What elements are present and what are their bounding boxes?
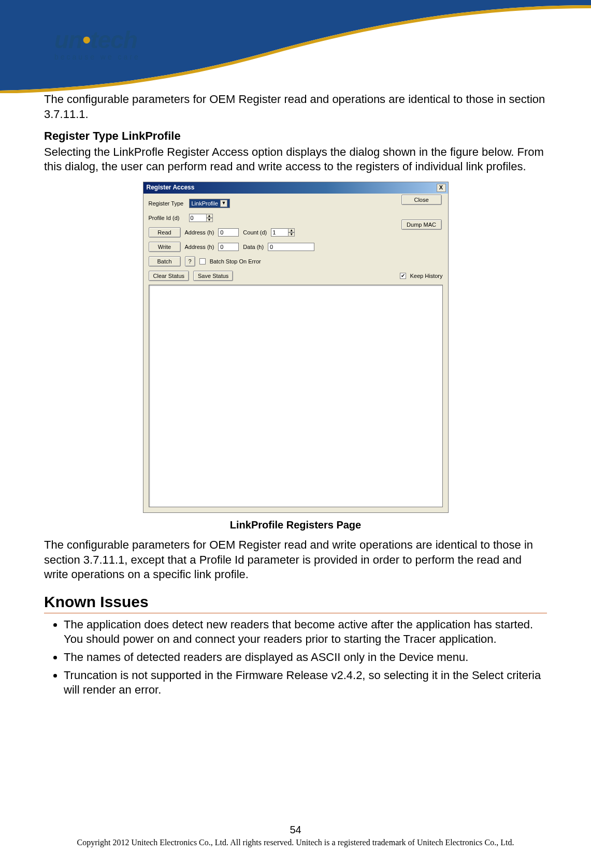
logo: un•tech because we care xyxy=(54,26,179,61)
batch-stop-checkbox[interactable] xyxy=(199,258,206,264)
known-issues-list: The application does detect new readers … xyxy=(44,617,547,698)
write-address-label: Address (h) xyxy=(185,243,214,251)
profile-id-input[interactable] xyxy=(189,214,207,222)
keep-history-label: Keep History xyxy=(410,272,443,279)
read-count-label: Count (d) xyxy=(243,229,267,236)
register-access-dialog: Register Access X Close Dump MAC Registe… xyxy=(143,182,449,513)
list-item: The application does detect new readers … xyxy=(64,617,547,647)
profile-id-label: Profile Id (d) xyxy=(149,214,185,222)
down-icon[interactable]: ▼ xyxy=(288,232,295,237)
profile-id-stepper[interactable]: ▲▼ xyxy=(189,214,213,222)
read-address-label: Address (h) xyxy=(185,229,214,236)
up-icon[interactable]: ▲ xyxy=(206,214,213,218)
batch-stop-label: Batch Stop On Error xyxy=(210,258,261,265)
figure-caption: LinkProfile Registers Page xyxy=(44,518,547,532)
chevron-down-icon: ▼ xyxy=(220,200,227,207)
page-number: 54 xyxy=(0,824,591,836)
subheading-register-type: Register Type LinkProfile xyxy=(44,129,547,144)
paragraph-3: The configurable parameters for OEM Regi… xyxy=(44,538,547,582)
paragraph-2: Selecting the LinkProfle Register Access… xyxy=(44,145,547,174)
logo-suffix: tech xyxy=(90,26,137,53)
dialog-title: Register Access xyxy=(147,184,195,192)
save-status-button[interactable]: Save Status xyxy=(193,271,233,281)
clear-status-button[interactable]: Clear Status xyxy=(149,271,190,281)
batch-help-button[interactable]: ? xyxy=(185,256,195,267)
status-list[interactable] xyxy=(149,285,443,507)
read-address-input[interactable] xyxy=(218,228,239,237)
register-type-select[interactable]: LinkProfile ▼ xyxy=(189,199,230,208)
batch-button[interactable]: Batch xyxy=(149,256,181,267)
write-data-input[interactable] xyxy=(268,243,314,251)
list-item: The names of detected readers are displa… xyxy=(64,650,547,665)
read-button[interactable]: Read xyxy=(149,227,181,238)
close-button[interactable]: Close xyxy=(401,195,442,205)
keep-history-checkbox[interactable]: ✔ xyxy=(400,273,406,279)
read-count-stepper[interactable]: ▲▼ xyxy=(271,228,295,237)
list-item: Truncation is not supported in the Firmw… xyxy=(64,668,547,698)
logo-tagline: because we care xyxy=(54,53,179,61)
read-count-input[interactable] xyxy=(271,228,289,237)
page-footer: 54 Copyright 2012 Unitech Electronics Co… xyxy=(0,824,591,847)
copyright: Copyright 2012 Unitech Electronics Co., … xyxy=(0,838,591,847)
register-type-value: LinkProfile xyxy=(192,200,218,207)
paragraph-1: The configurable parameters for OEM Regi… xyxy=(44,92,547,122)
close-icon[interactable]: X xyxy=(437,184,446,192)
write-data-label: Data (h) xyxy=(243,243,264,251)
down-icon[interactable]: ▼ xyxy=(206,218,213,222)
logo-prefix: un xyxy=(54,26,82,53)
known-issues-heading: Known Issues xyxy=(44,592,547,613)
dialog-titlebar: Register Access X xyxy=(143,182,448,194)
logo-word: un•tech xyxy=(54,26,179,54)
logo-dot: • xyxy=(82,26,90,53)
write-address-input[interactable] xyxy=(218,243,239,251)
register-type-label: Register Type xyxy=(149,200,185,207)
write-button[interactable]: Write xyxy=(149,242,181,252)
up-icon[interactable]: ▲ xyxy=(288,228,295,232)
dump-mac-button[interactable]: Dump MAC xyxy=(401,219,442,230)
